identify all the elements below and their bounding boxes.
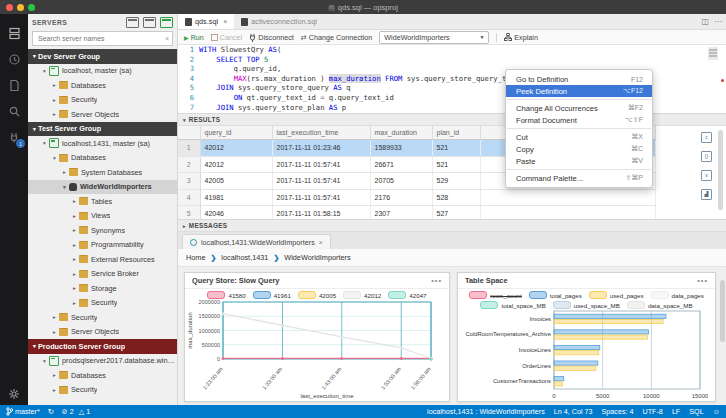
results-scrollbar[interactable] bbox=[718, 130, 723, 210]
explorer-file-icon[interactable] bbox=[0, 72, 28, 98]
legend-item-42005[interactable]: 42005 bbox=[298, 291, 336, 299]
grid-cell[interactable]: 20705 bbox=[370, 173, 432, 190]
tree-item-localhost-1431-master-sa-[interactable]: ▾localhost,1431, master (sa) bbox=[28, 136, 177, 151]
breadcrumb-home[interactable]: Home bbox=[186, 253, 205, 262]
column-header[interactable]: last_execution_time bbox=[272, 126, 370, 140]
menu-item-cut[interactable]: Cut⌘X bbox=[506, 131, 652, 143]
tree-item-storage[interactable]: ▸Storage bbox=[28, 281, 177, 296]
chevron-down-icon[interactable]: ▾ bbox=[41, 358, 48, 364]
legend-item-total_space_MB[interactable]: total_space_MB bbox=[480, 301, 545, 309]
git-branch-status[interactable]: master* bbox=[6, 407, 40, 416]
tree-item-server-objects[interactable]: ▸Server Objects bbox=[28, 107, 177, 122]
tree-item-security[interactable]: ▸Security bbox=[28, 383, 177, 398]
tree-item-databases[interactable]: ▾Databases bbox=[28, 151, 177, 166]
chevron-down-icon[interactable]: ▾ bbox=[31, 53, 38, 59]
chevron-down-icon[interactable]: ▾ bbox=[31, 343, 38, 349]
menu-item-command-palette-[interactable]: Command Palette...⇧⌘P bbox=[506, 172, 652, 184]
legend-item-data_pages[interactable]: data_pages bbox=[651, 291, 704, 299]
close-tab-icon[interactable]: × bbox=[319, 239, 323, 246]
tree-item-programmability[interactable]: ▸Programmability bbox=[28, 238, 177, 253]
chevron-right-icon[interactable]: ▸ bbox=[71, 285, 78, 291]
dashboard-tab[interactable]: localhost,1431:WideWorldImporters × bbox=[182, 234, 331, 249]
task-history-icon[interactable] bbox=[0, 46, 28, 72]
clear-search-icon[interactable]: × bbox=[165, 35, 169, 42]
tree-item-synonyms[interactable]: ▸Synonyms bbox=[28, 223, 177, 238]
chevron-right-icon[interactable]: ▸ bbox=[51, 111, 58, 117]
grid-cell[interactable]: 2176 bbox=[370, 189, 432, 206]
encoding-status[interactable]: UTF-8 bbox=[643, 407, 663, 416]
chevron-down-icon[interactable]: ▾ bbox=[31, 126, 38, 132]
tree-item-external-resources[interactable]: ▸External Resources bbox=[28, 252, 177, 267]
panel-menu-icon[interactable]: ••• bbox=[431, 276, 442, 285]
menu-item-change-all-occurrences[interactable]: Change All Occurrences⌘F2 bbox=[506, 102, 652, 114]
grid-cell[interactable]: 2017-11-11 01:23:46 bbox=[272, 140, 370, 157]
sync-icon[interactable]: ↻ bbox=[48, 407, 54, 416]
database-dropdown[interactable]: WideWorldImporters▼ bbox=[379, 31, 489, 44]
menu-item-copy[interactable]: Copy⌘C bbox=[506, 143, 652, 155]
grid-cell[interactable]: 2017-11-11 01:57:41 bbox=[272, 156, 370, 173]
chevron-right-icon[interactable]: ▸ bbox=[51, 82, 58, 88]
tree-item-security[interactable]: ▸Security bbox=[28, 296, 177, 311]
tree-item-system-databases[interactable]: ▸System Databases bbox=[28, 165, 177, 180]
servers-icon[interactable] bbox=[0, 20, 28, 46]
new-server-group-icon[interactable] bbox=[143, 17, 156, 28]
problems-status[interactable]: ⊘2 △1 bbox=[62, 407, 91, 416]
grid-cell[interactable]: 42046 bbox=[200, 206, 272, 220]
legend-item-42012[interactable]: 42012 bbox=[343, 291, 381, 299]
breadcrumb-database[interactable]: WideWorldImporters bbox=[284, 253, 350, 262]
menu-item-format-document[interactable]: Format Document⌥⇧F bbox=[506, 114, 652, 126]
tree-item-views[interactable]: ▸Views bbox=[28, 209, 177, 224]
grid-cell[interactable]: 527 bbox=[432, 206, 480, 220]
save-excel-icon[interactable]: x bbox=[701, 170, 712, 181]
grid-cell[interactable]: 2017-11-11 01:57:41 bbox=[272, 173, 370, 190]
active-connections-icon[interactable] bbox=[160, 17, 173, 28]
legend-item-41580[interactable]: 41580 bbox=[207, 291, 245, 299]
tab-qds-sql[interactable]: qds.sql × bbox=[178, 14, 234, 29]
chevron-right-icon[interactable]: ▸ bbox=[61, 169, 68, 175]
grid-cell[interactable]: 42012 bbox=[200, 156, 272, 173]
tree-item-server-objects[interactable]: ▸Server Objects bbox=[28, 325, 177, 340]
grid-cell[interactable]: 521 bbox=[432, 156, 480, 173]
tab-activeconnection-sql[interactable]: activeconnection.sql bbox=[234, 14, 324, 29]
chevron-right-icon[interactable]: ▸ bbox=[71, 242, 78, 248]
tree-item-databases[interactable]: ▸Databases bbox=[28, 78, 177, 93]
close-tab-icon[interactable]: × bbox=[223, 18, 227, 25]
chevron-right-icon[interactable]: ▸ bbox=[51, 372, 58, 378]
feedback-smiley-icon[interactable]: ☺ bbox=[713, 407, 720, 416]
column-header[interactable]: max_duration bbox=[370, 126, 432, 140]
eol-status[interactable]: LF bbox=[672, 407, 680, 416]
legend-item-41961[interactable]: 41961 bbox=[253, 291, 291, 299]
chevron-down-icon[interactable]: ▾ bbox=[41, 68, 48, 74]
language-mode-status[interactable]: SQL bbox=[689, 407, 703, 416]
breadcrumb-server[interactable]: localhost,1431 bbox=[221, 253, 268, 262]
tree-item-tables[interactable]: ▸Tables bbox=[28, 194, 177, 209]
grid-cell[interactable]: 42012 bbox=[200, 140, 272, 157]
show-chart-icon[interactable]: ▟ bbox=[701, 189, 712, 200]
chevron-down-icon[interactable]: ▾ bbox=[61, 184, 68, 190]
grid-cell[interactable]: 42005 bbox=[200, 173, 272, 190]
new-connection-icon[interactable] bbox=[126, 17, 139, 28]
grid-cell[interactable]: 26671 bbox=[370, 156, 432, 173]
code-line-1[interactable]: 1WITH SlowestQry AS( bbox=[178, 45, 726, 55]
legend-item-rows_count[interactable]: rows_count bbox=[469, 291, 522, 299]
grid-cell[interactable]: 2017-11-11 01:58:15 bbox=[272, 206, 370, 220]
tree-item-security[interactable]: ▸Security bbox=[28, 310, 177, 325]
chevron-right-icon[interactable]: ▸ bbox=[71, 198, 78, 204]
indentation-status[interactable]: Spaces: 4 bbox=[602, 407, 634, 416]
save-csv-icon[interactable]: c bbox=[701, 132, 712, 143]
table-row[interactable]: 4419812017-11-11 01:57:412176528 bbox=[178, 189, 656, 206]
grid-cell[interactable]: 521 bbox=[432, 140, 480, 157]
tree-item-localhost-master-sa-[interactable]: ▾localhost, master (sa) bbox=[28, 64, 177, 79]
server-group-header[interactable]: ▾Production Server Group bbox=[28, 339, 177, 354]
chevron-right-icon[interactable]: ▸ bbox=[51, 329, 58, 335]
menu-item-paste[interactable]: Paste⌘V bbox=[506, 155, 652, 167]
change-connection-button[interactable]: ⇄Change Connection bbox=[301, 33, 373, 42]
grid-cell[interactable]: 2307 bbox=[370, 206, 432, 220]
cancel-button[interactable]: Cancel bbox=[211, 33, 242, 42]
chevron-right-icon[interactable]: ▸ bbox=[71, 300, 78, 306]
save-json-icon[interactable]: {} bbox=[701, 151, 712, 162]
chevron-right-icon[interactable]: ▸ bbox=[71, 271, 78, 277]
chevron-down-icon[interactable]: ▾ bbox=[41, 140, 48, 146]
chevron-down-icon[interactable]: ▾ bbox=[51, 155, 58, 161]
connections-icon[interactable]: 1 bbox=[0, 124, 28, 150]
